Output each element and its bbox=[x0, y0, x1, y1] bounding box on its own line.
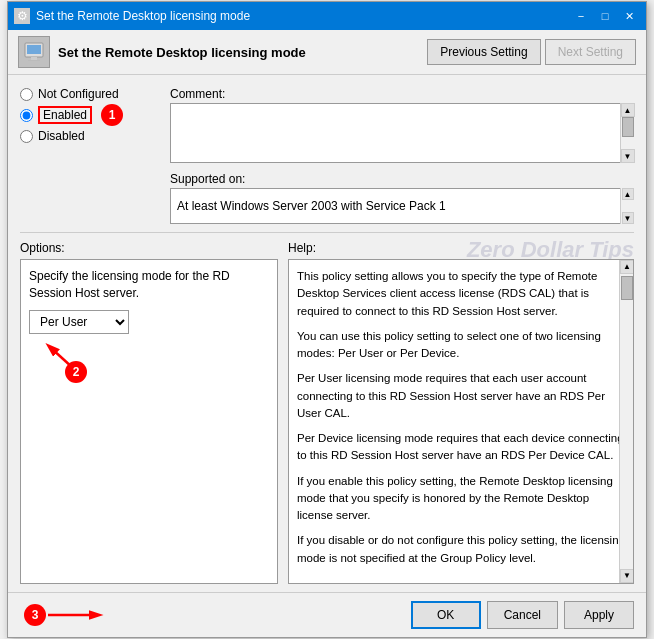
footer: 3 OK Cancel Apply bbox=[8, 592, 646, 637]
content-area: Not Configured Enabled 1 Disabled bbox=[8, 75, 646, 637]
title-bar-buttons: − □ ✕ bbox=[570, 6, 640, 26]
options-box: Specify the licensing mode for the RD Se… bbox=[20, 259, 278, 584]
svg-rect-1 bbox=[27, 45, 41, 54]
help-scroll-thumb[interactable] bbox=[621, 276, 633, 300]
window-icon: ⚙ bbox=[14, 8, 30, 24]
supported-scroll-down[interactable]: ▼ bbox=[622, 212, 634, 224]
comment-scrollbar: ▲ ▼ bbox=[620, 103, 634, 163]
options-label: Options: bbox=[20, 241, 278, 255]
divider bbox=[20, 232, 634, 233]
help-para-3: Per User licensing mode requires that ea… bbox=[297, 370, 625, 422]
comment-section: Comment: ▲ ▼ bbox=[170, 87, 634, 166]
annotation-badge-3: 3 bbox=[24, 604, 46, 626]
previous-setting-button[interactable]: Previous Setting bbox=[427, 39, 540, 65]
next-setting-button[interactable]: Next Setting bbox=[545, 39, 636, 65]
disabled-label: Disabled bbox=[38, 129, 85, 143]
supported-section: Supported on: At least Windows Server 20… bbox=[170, 172, 634, 224]
options-column: Options: Specify the licensing mode for … bbox=[20, 241, 278, 584]
help-para-2: You can use this policy setting to selec… bbox=[297, 328, 625, 363]
title-bar: ⚙ Set the Remote Desktop licensing mode … bbox=[8, 2, 646, 30]
enabled-radio[interactable] bbox=[20, 109, 33, 122]
annotation-arrow-2: 2 bbox=[33, 328, 83, 381]
nav-buttons: Previous Setting Next Setting bbox=[427, 39, 636, 65]
help-label: Help: Zero Dollar Tips bbox=[288, 241, 634, 255]
supported-value-text: At least Windows Server 2003 with Servic… bbox=[177, 199, 446, 213]
help-para-5: If you enable this policy setting, the R… bbox=[297, 473, 625, 525]
main-window: ⚙ Set the Remote Desktop licensing mode … bbox=[7, 1, 647, 638]
radio-disabled[interactable]: Disabled bbox=[20, 129, 160, 143]
svg-rect-2 bbox=[31, 57, 37, 60]
radio-comment-row: Not Configured Enabled 1 Disabled bbox=[20, 87, 634, 224]
help-para-6: If you disable or do not configure this … bbox=[297, 532, 625, 567]
footer-arrow-icon bbox=[46, 601, 106, 629]
disabled-radio[interactable] bbox=[20, 130, 33, 143]
window-title: Set the Remote Desktop licensing mode bbox=[36, 9, 570, 23]
help-label-text: Help: bbox=[288, 241, 316, 255]
not-configured-radio[interactable] bbox=[20, 88, 33, 101]
comment-textarea[interactable] bbox=[170, 103, 634, 163]
options-description: Specify the licensing mode for the RD Se… bbox=[29, 268, 269, 302]
top-bar: Set the Remote Desktop licensing mode Pr… bbox=[8, 30, 646, 75]
setting-icon bbox=[18, 36, 50, 68]
radio-enabled[interactable]: Enabled 1 bbox=[20, 104, 160, 126]
help-para-1: This policy setting allows you to specif… bbox=[297, 268, 625, 320]
help-column: Help: Zero Dollar Tips This policy setti… bbox=[288, 241, 634, 584]
bottom-section: Options: Specify the licensing mode for … bbox=[20, 241, 634, 584]
enabled-label: Enabled bbox=[38, 106, 92, 124]
help-scroll-down[interactable]: ▼ bbox=[620, 569, 634, 583]
help-para-4: Per Device licensing mode requires that … bbox=[297, 430, 625, 465]
comment-scroll-up[interactable]: ▲ bbox=[621, 103, 635, 117]
help-scroll-up[interactable]: ▲ bbox=[620, 260, 634, 274]
annotation-badge-2: 2 bbox=[65, 361, 87, 383]
not-configured-label: Not Configured bbox=[38, 87, 119, 101]
radio-section: Not Configured Enabled 1 Disabled bbox=[20, 87, 160, 224]
comment-scroll-thumb[interactable] bbox=[622, 117, 634, 137]
main-content: Not Configured Enabled 1 Disabled bbox=[8, 75, 646, 592]
footer-annotation: 3 bbox=[20, 601, 106, 629]
cancel-button[interactable]: Cancel bbox=[487, 601, 558, 629]
comment-scroll-down[interactable]: ▼ bbox=[621, 149, 635, 163]
supported-value: At least Windows Server 2003 with Servic… bbox=[170, 188, 634, 224]
help-scrollbar: ▲ ▼ bbox=[619, 260, 633, 583]
apply-button[interactable]: Apply bbox=[564, 601, 634, 629]
supported-scrollbar: ▲ ▼ bbox=[620, 188, 634, 224]
minimize-button[interactable]: − bbox=[570, 6, 592, 26]
supported-label: Supported on: bbox=[170, 172, 245, 186]
radio-not-configured[interactable]: Not Configured bbox=[20, 87, 160, 101]
supported-scroll-up[interactable]: ▲ bbox=[622, 188, 634, 200]
comment-label: Comment: bbox=[170, 87, 634, 101]
annotation-badge-1: 1 bbox=[101, 104, 123, 126]
ok-button[interactable]: OK bbox=[411, 601, 481, 629]
svg-rect-3 bbox=[28, 60, 40, 61]
maximize-button[interactable]: □ bbox=[594, 6, 616, 26]
close-button[interactable]: ✕ bbox=[618, 6, 640, 26]
help-box: This policy setting allows you to specif… bbox=[288, 259, 634, 584]
comment-supported-col: Comment: ▲ ▼ Supported on: bbox=[170, 87, 634, 224]
top-bar-title: Set the Remote Desktop licensing mode bbox=[58, 45, 419, 60]
